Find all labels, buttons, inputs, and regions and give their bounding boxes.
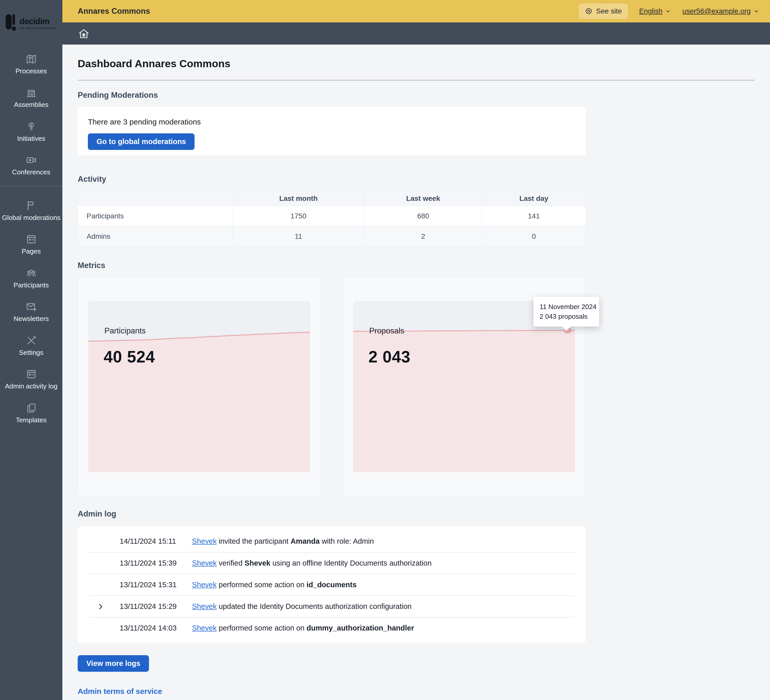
sidebar-item-settings[interactable]: Settings [0, 335, 62, 356]
metric-card-participants: Participants 40 524 [78, 276, 321, 497]
sidebar-nav: Processes Assemblies Initiatives Confere… [0, 45, 62, 436]
chevron-down-icon [665, 8, 671, 14]
tooltip-arrow [562, 327, 571, 331]
activity-cell: 1750 [233, 206, 364, 226]
pending-moderations-heading: Pending Moderations [78, 91, 755, 100]
activity-row-participants: Participants 1750 680 141 [78, 206, 586, 226]
tools-icon [26, 335, 37, 346]
activity-header-last-month: Last month [233, 191, 364, 206]
actor-link[interactable]: Shevek [192, 559, 217, 567]
chart-tooltip: 11 November 2024 2 043 proposals [534, 297, 599, 327]
video-camera-icon [26, 154, 37, 166]
bank-icon [26, 87, 37, 99]
log-message: Shevek performed some action on dummy_au… [192, 624, 414, 632]
log-timestamp: 14/11/2024 15:11 [120, 537, 183, 545]
activity-cell: 141 [482, 206, 586, 226]
sidebar-item-participants[interactable]: Participants [0, 267, 62, 289]
go-to-global-moderations-button[interactable]: Go to global moderations [88, 133, 194, 150]
sidebar-item-processes[interactable]: Processes [0, 53, 62, 75]
proposals-chart[interactable]: Proposals 2 043 11 November 2024 2 043 p… [353, 301, 575, 472]
activity-log-icon [26, 368, 37, 380]
log-message: Shevek invited the participant Amanda wi… [192, 537, 374, 545]
log-timestamp: 13/11/2024 14:03 [120, 624, 183, 632]
sidebar-divider [0, 186, 62, 187]
log-entry: 13/11/2024 15:39 Shevek verified Shevek … [89, 552, 574, 574]
log-timestamp: 13/11/2024 15:29 [120, 602, 183, 611]
metric-value: 40 524 [104, 348, 155, 366]
sidebar-item-templates[interactable]: Templates [0, 402, 62, 424]
admin-terms-link[interactable]: Admin terms of service [78, 687, 162, 696]
actor-link[interactable]: Shevek [192, 580, 217, 589]
log-gutter [89, 603, 120, 610]
activity-heading: Activity [78, 175, 755, 184]
language-selector[interactable]: English [639, 7, 671, 15]
view-more-logs-button[interactable]: View more logs [78, 655, 149, 672]
chevron-down-icon [753, 8, 759, 14]
metric-card-proposals: Proposals 2 043 11 November 2024 2 043 p… [343, 276, 586, 497]
log-entry: 14/11/2024 15:11 Shevek invited the part… [89, 530, 574, 552]
organization-title: Annares Commons [78, 6, 150, 16]
title-divider [78, 80, 755, 81]
actor-link[interactable]: Shevek [192, 624, 217, 632]
top-bar: Annares Commons See site English user56@… [62, 0, 770, 23]
sidebar-item-conferences[interactable]: Conferences [0, 154, 62, 176]
activity-row-admins: Admins 11 2 0 [78, 226, 586, 247]
pending-moderations-message: There are 3 pending moderations [88, 118, 576, 126]
decidim-logo-mark [6, 14, 17, 32]
map-icon [26, 53, 37, 65]
home-button[interactable] [78, 27, 90, 40]
activity-header-empty [78, 191, 233, 206]
log-message: Shevek verified Shevek using an offline … [192, 559, 432, 567]
flag-icon [26, 200, 37, 212]
activity-header-last-day: Last day [482, 191, 586, 206]
admin-log-card: 14/11/2024 15:11 Shevek invited the part… [78, 527, 586, 642]
admin-sidebar: decidim free open-source democracy Proce… [0, 0, 62, 700]
sidebar-item-newsletters[interactable]: Newsletters [0, 301, 62, 323]
activity-header-row: Last month Last week Last day [78, 191, 586, 206]
home-icon [78, 27, 90, 40]
activity-row-label: Participants [78, 206, 233, 226]
see-site-button[interactable]: See site [579, 3, 628, 19]
sidebar-item-admin-activity-log[interactable]: Admin activity log [0, 368, 62, 390]
decidim-wordmark: decidim [19, 17, 57, 26]
log-message: Shevek performed some action on id_docum… [192, 580, 356, 589]
activity-row-label: Admins [78, 226, 233, 247]
user-menu[interactable]: user56@example.org [683, 7, 759, 15]
breadcrumb-bar [62, 23, 770, 45]
copy-icon [26, 402, 37, 414]
chevron-right-icon[interactable] [97, 603, 104, 610]
participants-chart[interactable]: Participants 40 524 [88, 301, 310, 472]
metric-label: Participants [104, 327, 146, 336]
log-timestamp: 13/11/2024 15:39 [120, 559, 183, 567]
sidebar-item-assemblies[interactable]: Assemblies [0, 87, 62, 108]
main-content: Dashboard Annares Commons Pending Modera… [62, 45, 770, 700]
activity-cell: 2 [364, 226, 482, 247]
sidebar-item-initiatives[interactable]: Initiatives [0, 121, 62, 142]
decidim-logo[interactable]: decidim free open-source democracy [0, 0, 62, 45]
tooltip-value: 2 043 proposals [540, 312, 593, 321]
activity-table: Last month Last week Last day Participan… [78, 191, 586, 247]
log-entry: 13/11/2024 15:29 Shevek updated the Iden… [89, 595, 574, 617]
metric-value: 2 043 [369, 348, 411, 366]
log-message: Shevek updated the Identity Documents au… [192, 602, 412, 611]
people-icon [26, 267, 37, 279]
log-timestamp: 13/11/2024 15:31 [120, 580, 183, 589]
admin-log-heading: Admin log [78, 509, 755, 519]
activity-cell: 680 [364, 206, 482, 226]
sidebar-item-global-moderations[interactable]: Global moderations [0, 200, 62, 221]
actor-link[interactable]: Shevek [192, 537, 217, 545]
tooltip-date: 11 November 2024 [540, 302, 593, 312]
activity-cell: 11 [233, 226, 364, 247]
activity-header-last-week: Last week [364, 191, 482, 206]
metrics-row: Participants 40 524 Proposals 2 043 11 N… [78, 276, 586, 497]
lightbulb-icon [26, 121, 37, 133]
mail-plus-icon [26, 301, 37, 313]
page-title: Dashboard Annares Commons [78, 58, 755, 70]
sidebar-item-pages[interactable]: Pages [0, 233, 62, 255]
activity-cell: 0 [482, 226, 586, 247]
decidim-tagline: free open-source democracy [19, 27, 57, 30]
bullseye-icon [585, 7, 592, 15]
metric-label: Proposals [369, 327, 404, 336]
actor-link[interactable]: Shevek [192, 602, 217, 610]
log-entry: 13/11/2024 15:31 Shevek performed some a… [89, 574, 574, 595]
